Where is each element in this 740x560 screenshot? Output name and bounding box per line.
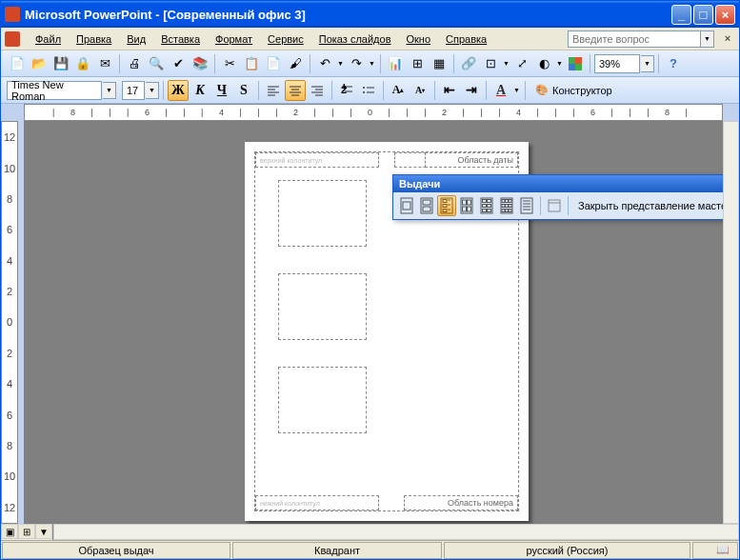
layout-1-button[interactable]	[397, 195, 416, 216]
print-button[interactable]: 🖨	[124, 53, 145, 74]
vertical-ruler[interactable]: 12108642024681012	[1, 121, 18, 524]
save-button[interactable]: 💾	[50, 53, 71, 74]
new-button[interactable]: 📄	[7, 53, 28, 74]
slide-thumbnail-1[interactable]	[278, 180, 367, 247]
handout-master-toolbar[interactable]: Выдачи ▼ Закрыть представление мастера	[392, 174, 723, 220]
expand-button[interactable]: ⤢	[511, 53, 532, 74]
redo-button[interactable]: ↷	[346, 53, 367, 74]
menu-tools[interactable]: Сервис	[260, 31, 311, 47]
help-dropdown[interactable]: ▼	[701, 30, 714, 48]
number-placeholder[interactable]: Область номера	[404, 495, 518, 510]
layout-2-button[interactable]	[417, 195, 436, 216]
grid-button[interactable]: ⊡	[480, 53, 501, 74]
svg-rect-38	[463, 207, 467, 211]
align-right-button[interactable]	[307, 80, 328, 101]
help-input[interactable]	[568, 30, 701, 48]
master-layout-button[interactable]	[545, 195, 564, 216]
decrease-font-button[interactable]: A▾	[410, 80, 430, 101]
date-placeholder[interactable]: Область даты	[425, 152, 518, 168]
layout-3-button[interactable]	[437, 195, 456, 216]
grayscale-button[interactable]: ◐	[533, 53, 554, 74]
close-button[interactable]: ×	[715, 5, 735, 25]
zoom-input[interactable]: 39%	[594, 54, 640, 73]
konstruktor-button[interactable]: 🎨 Конструктор	[530, 80, 618, 101]
spelling-button[interactable]: ✔	[168, 53, 189, 74]
bold-button[interactable]: Ж	[168, 80, 189, 101]
font-color-dropdown[interactable]: ▼	[512, 87, 521, 93]
layout-outline-button[interactable]	[517, 195, 536, 216]
normal-view-button[interactable]: ▣	[1, 524, 18, 539]
header-placeholder[interactable]: верхний колонтитул	[255, 152, 379, 168]
menu-help[interactable]: Справка	[438, 31, 494, 47]
svg-rect-50	[509, 200, 511, 203]
svg-rect-24	[403, 202, 410, 210]
footer-placeholder[interactable]: нижний колонтитул	[255, 495, 379, 510]
font-dropdown[interactable]: ▼	[103, 82, 116, 99]
cut-button[interactable]: ✂	[219, 53, 240, 74]
float-titlebar[interactable]: Выдачи ▼	[393, 175, 723, 192]
view-buttons: ▣ ⊞ ▼	[1, 524, 53, 540]
menu-format[interactable]: Формат	[208, 31, 260, 47]
menu-view[interactable]: Вид	[119, 31, 153, 47]
menu-edit[interactable]: Правка	[69, 31, 119, 47]
menu-insert[interactable]: Вставка	[153, 31, 208, 47]
chart-button[interactable]: 📊	[385, 53, 406, 74]
open-button[interactable]: 📂	[29, 53, 50, 74]
maximize-button[interactable]: □	[693, 5, 713, 25]
sorter-view-button[interactable]: ⊞	[18, 524, 35, 539]
layout-6-button[interactable]	[477, 195, 496, 216]
layout-4-button[interactable]	[457, 195, 476, 216]
table-button[interactable]: ⊞	[407, 53, 428, 74]
slide-thumbnail-3[interactable]	[278, 367, 367, 433]
email-button[interactable]: ✉	[94, 53, 115, 74]
hyperlink-button[interactable]: 🔗	[458, 53, 479, 74]
titlebar[interactable]: Microsoft PowerPoint - [Современный офис…	[1, 1, 739, 28]
research-button[interactable]: 📚	[190, 53, 210, 74]
preview-button[interactable]: 🔍	[146, 53, 167, 74]
layout-9-button[interactable]	[497, 195, 516, 216]
align-left-button[interactable]	[263, 80, 284, 101]
tables-borders-button[interactable]: ▦	[429, 53, 450, 74]
menu-window[interactable]: Окно	[399, 31, 439, 47]
canvas[interactable]: верхний колонтитул дата/время Область да…	[24, 121, 723, 524]
status-lang[interactable]: русский (Россия)	[444, 542, 690, 559]
menu-slideshow[interactable]: Показ слайдов	[311, 31, 399, 47]
paste-button[interactable]: 📄	[263, 53, 284, 74]
grayscale-dropdown[interactable]: ▼	[555, 60, 564, 67]
increase-font-button[interactable]: A▴	[388, 80, 409, 101]
help-button[interactable]: ?	[663, 53, 684, 74]
italic-button[interactable]: К	[190, 80, 210, 101]
underline-button[interactable]: Ч	[211, 80, 232, 101]
undo-button[interactable]: ↶	[314, 53, 335, 74]
close-master-button[interactable]: Закрыть представление мастера	[572, 200, 723, 211]
slideshow-view-button[interactable]: ▼	[35, 524, 52, 539]
format-painter-button[interactable]: 🖌	[285, 53, 306, 74]
numbering-button[interactable]: 12	[336, 80, 357, 101]
slide-thumbnail-2[interactable]	[278, 273, 367, 340]
minimize-button[interactable]: _	[671, 5, 691, 25]
permission-button[interactable]: 🔒	[72, 53, 93, 74]
font-size-select[interactable]: 17	[122, 81, 145, 100]
decrease-indent-button[interactable]: ⇤	[439, 80, 460, 101]
grid-dropdown[interactable]: ▼	[502, 60, 510, 67]
mdi-close-button[interactable]: ×	[720, 31, 735, 47]
horizontal-ruler[interactable]: | 8 | | | 6 | | | 4 | | | 2 | | | 0 | | …	[24, 104, 723, 121]
copy-button[interactable]: 📋	[241, 53, 262, 74]
increase-indent-button[interactable]: ⇥	[461, 80, 482, 101]
vertical-scrollbar[interactable]	[723, 121, 739, 524]
redo-dropdown[interactable]: ▼	[368, 60, 376, 67]
font-name-select[interactable]: Times New Roman	[7, 81, 102, 100]
doc-icon[interactable]	[5, 31, 20, 47]
undo-dropdown[interactable]: ▼	[336, 60, 345, 67]
font-color-button[interactable]: A	[490, 80, 511, 101]
svg-rect-37	[468, 200, 471, 205]
menu-file[interactable]: Файл	[28, 31, 69, 47]
shadow-button[interactable]: S	[233, 80, 254, 101]
spell-icon[interactable]: 📖	[716, 544, 730, 556]
zoom-dropdown[interactable]: ▼	[641, 55, 654, 72]
color-button[interactable]	[565, 53, 586, 74]
size-dropdown[interactable]: ▼	[146, 82, 159, 99]
bullets-button[interactable]	[358, 80, 379, 101]
align-center-button[interactable]	[285, 80, 306, 101]
horizontal-scrollbar[interactable]	[53, 524, 739, 540]
